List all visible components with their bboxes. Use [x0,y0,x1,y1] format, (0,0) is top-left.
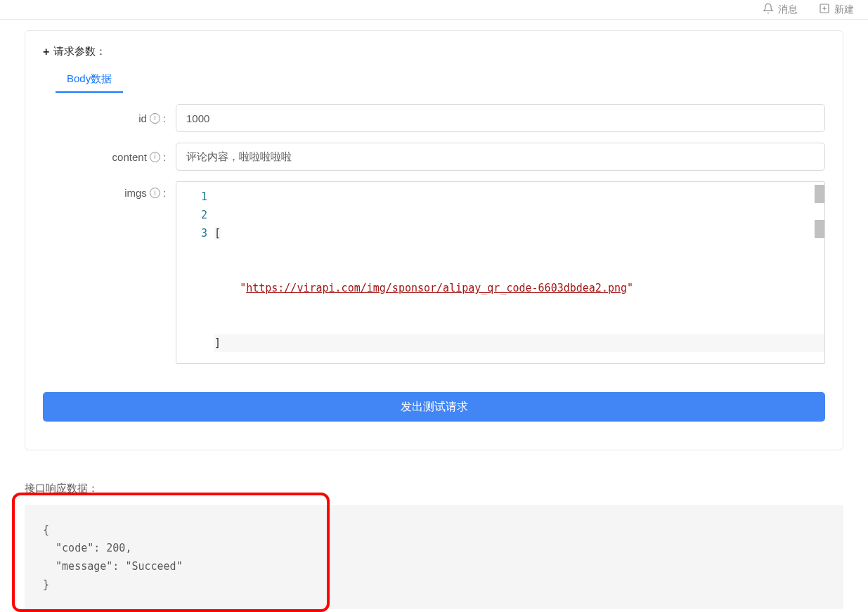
nav-new[interactable]: 新建 [819,3,854,16]
form-row-id: id i: [43,104,825,132]
label-id: id i: [43,112,166,124]
scrollbar-thumb[interactable] [815,220,824,238]
form-row-content: content i: [43,143,825,171]
editor-scrollbar[interactable] [815,182,824,363]
info-icon[interactable]: i [150,188,160,198]
request-params-card: + 请求参数： Body数据 id i: content i: imgs i: … [25,30,843,450]
editor-url: https://virapi.com/img/sponsor/alipay_qr… [246,282,627,294]
bracket-close: ] [214,337,221,349]
line-number: 3 [176,224,207,242]
request-params-title: 请求参数： [53,45,106,58]
label-content: content i: [43,151,166,163]
info-icon[interactable]: i [150,152,160,162]
label-imgs: imgs i: [43,187,166,199]
editor-content[interactable]: [ "https://virapi.com/img/sponsor/alipay… [214,182,824,363]
line-number: 1 [176,188,207,206]
send-test-request-button[interactable]: 发出测试请求 [43,392,825,422]
top-nav: 消息 新建 [0,0,868,20]
bracket-open: [ [214,227,221,240]
form-row-imgs: imgs i: 1 2 3 [ "https://virapi.com/img/… [43,181,825,364]
nav-notifications-label: 消息 [778,4,798,16]
plus-square-icon [819,3,830,16]
info-icon[interactable]: i [150,113,160,124]
response-section-title: 接口响应数据： [25,482,843,495]
response-section: 接口响应数据： { "code": 200, "message": "Succe… [25,482,843,609]
imgs-code-editor[interactable]: 1 2 3 [ "https://virapi.com/img/sponsor/… [176,181,825,364]
scrollbar-thumb[interactable] [815,185,824,203]
nav-new-label: 新建 [834,4,854,16]
tabs-row: Body数据 [56,67,825,93]
input-id[interactable] [176,104,825,132]
editor-gutter: 1 2 3 [176,182,214,363]
plus-icon: + [43,46,49,58]
request-params-header[interactable]: + 请求参数： [43,45,825,58]
tab-body-data[interactable]: Body数据 [56,67,123,93]
response-wrapper: { "code": 200, "message": "Succeed" } [25,505,843,609]
nav-notifications[interactable]: 消息 [763,3,798,16]
bell-icon [763,3,774,16]
input-content[interactable] [176,143,825,171]
line-number: 2 [176,206,207,224]
response-body: { "code": 200, "message": "Succeed" } [25,505,843,609]
